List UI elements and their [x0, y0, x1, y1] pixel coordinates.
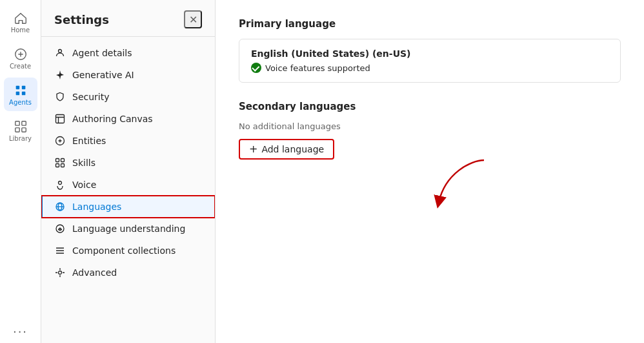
plus-icon: + — [249, 144, 257, 154]
settings-title: Settings — [54, 13, 109, 26]
menu-item-security-label: Security — [72, 92, 110, 102]
primary-language-card: English (United States) (en-US) Voice fe… — [239, 39, 621, 83]
svg-rect-4 — [21, 91, 25, 95]
agents-icon — [14, 83, 28, 98]
svg-rect-13 — [56, 164, 59, 167]
nav-more[interactable]: ... — [13, 322, 28, 335]
settings-panel: Settings ✕ Agent details Generative AI — [41, 0, 216, 343]
settings-header: Settings ✕ — [41, 0, 215, 37]
menu-item-agent-details-label: Agent details — [72, 48, 132, 58]
menu-item-language-understanding-label: Language understanding — [72, 223, 185, 234]
menu-item-component-collections[interactable]: Component collections — [41, 240, 215, 262]
menu-item-voice[interactable]: Voice — [41, 174, 215, 196]
menu-item-languages-label: Languages — [72, 202, 121, 212]
home-icon — [14, 11, 28, 25]
primary-language-title: Primary language — [239, 18, 621, 30]
menu-item-agent-details[interactable]: Agent details — [41, 42, 215, 64]
nav-sidebar: Home Create Agents Library ... — [0, 0, 41, 343]
menu-item-advanced-label: Advanced — [72, 267, 117, 278]
svg-rect-12 — [61, 159, 65, 162]
menu-item-component-collections-label: Component collections — [72, 245, 176, 256]
nav-item-home[interactable]: Home — [4, 5, 37, 39]
svg-rect-5 — [15, 121, 19, 125]
svg-rect-14 — [61, 164, 65, 167]
menu-item-skills[interactable]: Skills — [41, 152, 215, 174]
shield-icon — [54, 91, 66, 103]
main-content: Primary language English (United States)… — [216, 0, 644, 343]
canvas-icon — [54, 113, 66, 125]
svg-rect-6 — [21, 121, 25, 125]
understanding-icon — [54, 223, 66, 234]
secondary-language-title: Secondary languages — [239, 101, 621, 112]
menu-item-generative-ai[interactable]: Generative AI — [41, 64, 215, 86]
create-icon — [14, 47, 28, 61]
skills-icon — [54, 157, 66, 169]
voice-icon — [54, 179, 66, 191]
svg-rect-1 — [15, 85, 19, 89]
menu-item-languages[interactable]: Languages — [41, 196, 215, 218]
nav-item-create-label: Create — [10, 63, 31, 70]
svg-point-15 — [59, 182, 62, 185]
svg-rect-10 — [56, 115, 65, 123]
menu-item-generative-ai-label: Generative AI — [72, 70, 134, 80]
entities-icon — [54, 135, 66, 147]
secondary-language-section: Secondary languages No additional langua… — [239, 101, 621, 160]
sparkle-icon — [54, 69, 66, 81]
nav-item-create[interactable]: Create — [4, 41, 37, 75]
svg-rect-7 — [15, 127, 19, 131]
agent-details-icon — [54, 47, 66, 59]
svg-rect-3 — [15, 91, 19, 95]
menu-item-entities[interactable]: Entities — [41, 130, 215, 152]
menu-item-entities-label: Entities — [72, 136, 106, 146]
menu-item-security[interactable]: Security — [41, 86, 215, 108]
close-button[interactable]: ✕ — [184, 10, 202, 28]
collections-icon — [54, 245, 66, 256]
svg-rect-11 — [56, 159, 59, 162]
primary-language-section: Primary language English (United States)… — [239, 18, 621, 83]
add-language-label: Add language — [261, 144, 324, 154]
check-icon — [251, 63, 261, 73]
arrow-annotation — [432, 154, 510, 212]
menu-item-authoring-canvas-label: Authoring Canvas — [72, 114, 153, 124]
nav-item-agents[interactable]: Agents — [4, 78, 37, 111]
add-language-button[interactable]: + Add language — [239, 139, 334, 160]
nav-item-agents-label: Agents — [9, 99, 32, 106]
advanced-icon — [54, 267, 66, 278]
menu-item-authoring-canvas[interactable]: Authoring Canvas — [41, 108, 215, 130]
menu-item-advanced[interactable]: Advanced — [41, 262, 215, 284]
svg-point-9 — [59, 50, 62, 53]
languages-icon — [54, 201, 66, 213]
voice-supported: Voice features supported — [251, 63, 609, 73]
library-icon — [14, 120, 28, 134]
no-languages-text: No additional languages — [239, 121, 621, 131]
menu-item-language-understanding[interactable]: Language understanding — [41, 218, 215, 240]
nav-item-home-label: Home — [11, 26, 30, 34]
menu-item-skills-label: Skills — [72, 158, 96, 168]
svg-point-19 — [59, 271, 62, 275]
svg-point-18 — [59, 228, 61, 229]
svg-rect-8 — [21, 127, 25, 131]
settings-menu: Agent details Generative AI Security — [41, 37, 215, 343]
menu-item-voice-label: Voice — [72, 180, 96, 190]
language-name: English (United States) (en-US) — [251, 48, 609, 59]
voice-label: Voice features supported — [265, 63, 370, 73]
svg-rect-2 — [21, 85, 25, 89]
nav-item-library[interactable]: Library — [4, 114, 37, 147]
nav-item-library-label: Library — [9, 135, 32, 142]
